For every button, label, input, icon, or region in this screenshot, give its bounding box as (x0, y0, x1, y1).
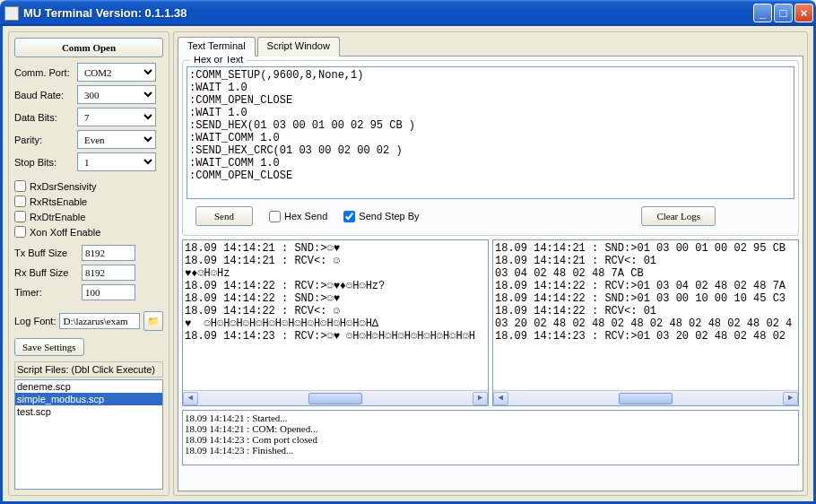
parity-select[interactable]: Even (77, 130, 156, 149)
script-files-list[interactable]: deneme.scpsimple_modbus.scptest.scp (14, 379, 163, 490)
app-icon (4, 6, 19, 21)
tab-text-terminal[interactable]: Text Terminal (178, 37, 256, 56)
window-title: MU Terminal Version: 0.1.1.38 (23, 6, 753, 20)
rxdtr-checkbox[interactable] (14, 211, 26, 222)
logfont-label: Log Font: (14, 316, 56, 326)
save-settings-button[interactable]: Save Settings (14, 338, 84, 356)
right-panel: Text Terminal Script Window Hex or Text … (173, 31, 808, 496)
baud-rate-label: Baud Rate: (14, 90, 77, 100)
script-files-label: Script Files: (Dbl Click Execute) (14, 361, 163, 378)
script-item[interactable]: simple_modbus.scp (15, 393, 162, 405)
comm-port-select[interactable]: COM2 (77, 63, 156, 82)
log-left-content: 18.09 14:14:21 : SND:>☺♥ 18.09 14:14:21 … (183, 240, 488, 390)
titlebar: MU Terminal Version: 0.1.1.38 _ □ × (0, 0, 816, 26)
folder-icon: 📁 (147, 316, 160, 327)
status-log[interactable]: 18.09 14:14:21 : Started...18.09 14:14:2… (182, 410, 799, 465)
rxbuff-input[interactable] (82, 265, 135, 281)
data-bits-select[interactable]: 7 (77, 108, 156, 126)
logfont-input[interactable] (59, 313, 140, 329)
rxdsr-label: RxDsrSensivity (30, 181, 97, 192)
hex-send-checkbox[interactable] (269, 211, 281, 222)
hex-send-label: Hex Send (284, 211, 327, 222)
rxrts-checkbox[interactable] (14, 196, 26, 207)
script-item[interactable]: deneme.scp (15, 380, 162, 393)
scrollbar-horizontal[interactable]: ◄► (493, 390, 798, 405)
clear-logs-button[interactable]: Clear Logs (641, 206, 716, 226)
hex-groupbox: Hex or Text Send Hex Send Send Step By C… (182, 60, 799, 236)
minimize-button[interactable]: _ (753, 4, 772, 22)
parity-label: Parity: (14, 135, 77, 145)
baud-rate-select[interactable]: 300 (77, 85, 156, 104)
send-step-label: Send Step By (359, 211, 419, 222)
rxdsr-checkbox[interactable] (14, 180, 26, 192)
xonxoff-checkbox[interactable] (14, 226, 26, 238)
txbuff-label: Tx Buff Size (14, 248, 82, 258)
log-right-content: 18.09 14:14:21 : SND:>01 03 00 01 00 02 … (493, 240, 798, 390)
comm-port-label: Comm. Port: (14, 67, 77, 78)
send-step-checkbox[interactable] (343, 211, 355, 222)
rxrts-label: RxRtsEnable (30, 196, 87, 207)
maximize-button[interactable]: □ (774, 4, 793, 22)
comm-open-button[interactable]: Comm Open (14, 38, 163, 57)
xonxoff-label: Xon Xoff Enable (30, 227, 100, 238)
timer-input[interactable] (82, 284, 135, 300)
txbuff-input[interactable] (82, 245, 135, 261)
left-panel: Comm Open Comm. Port: COM2 Baud Rate: 30… (8, 31, 169, 496)
timer-label: Timer: (14, 287, 82, 298)
close-button[interactable]: × (794, 4, 813, 22)
data-bits-label: Data Bits: (14, 112, 77, 123)
rxdtr-label: RxDtrEnable (30, 212, 85, 222)
hex-textarea[interactable] (187, 66, 794, 199)
tab-script-window[interactable]: Script Window (257, 37, 340, 56)
rxbuff-label: Rx Buff Size (14, 267, 82, 278)
scrollbar-horizontal[interactable]: ◄► (183, 390, 488, 405)
send-button[interactable]: Send (195, 206, 253, 226)
logfont-browse-button[interactable]: 📁 (143, 311, 163, 331)
script-item[interactable]: test.scp (15, 405, 162, 418)
log-left[interactable]: 18.09 14:14:21 : SND:>☺♥ 18.09 14:14:21 … (182, 239, 489, 406)
stop-bits-label: Stop Bits: (14, 157, 77, 168)
stop-bits-select[interactable]: 1 (77, 152, 156, 171)
log-right[interactable]: 18.09 14:14:21 : SND:>01 03 00 01 00 02 … (492, 239, 799, 406)
